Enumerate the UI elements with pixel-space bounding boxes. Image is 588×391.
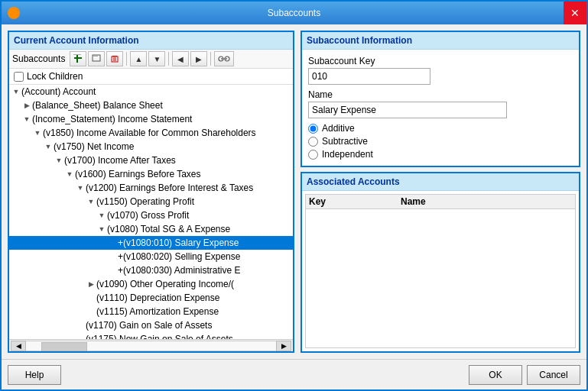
toolbar-add-button[interactable] xyxy=(70,51,86,66)
tree-node-label: (v1070) Gross Profit xyxy=(107,210,189,221)
tree-expander[interactable]: ▼ xyxy=(96,224,107,234)
tree-expander[interactable]: ▼ xyxy=(54,155,64,166)
tree-node[interactable]: ▼(v1600) Earnings Before Taxes xyxy=(9,167,293,181)
main-window: Subaccounts ✕ Current Account Informatio… xyxy=(0,0,588,391)
tree-expander[interactable]: ▶ xyxy=(21,100,32,111)
associated-accounts-section: Associated Accounts Key Name xyxy=(300,172,580,353)
lock-children-checkbox[interactable] xyxy=(14,72,24,82)
tree-node[interactable]: ▼(v1070) Gross Profit xyxy=(9,208,293,222)
help-button[interactable]: Help xyxy=(8,365,61,385)
type-radio-group: Additive Subtractive Independent xyxy=(308,123,573,160)
left-panel-header: Current Account Information xyxy=(9,32,293,50)
tree-node-label: (v1175) New Gain on Sale of Assets xyxy=(86,334,233,339)
tree-expander[interactable]: ▼ xyxy=(86,196,96,207)
subaccount-info-section: Subaccount Information Subaccount Key Na… xyxy=(300,31,580,167)
toolbar-separator-3 xyxy=(210,52,211,66)
tree-node[interactable]: ▼(v1080) Total SG & A Expense xyxy=(9,222,293,236)
toolbar-delete-button[interactable] xyxy=(106,51,123,66)
h-scroll-left[interactable]: ◀ xyxy=(11,341,26,351)
tree-expander[interactable] xyxy=(86,292,96,303)
tree-node[interactable]: (v1175) New Gain on Sale of Assets xyxy=(9,332,293,339)
tree-node[interactable]: +(v1080:020) Selling Expense xyxy=(9,250,293,263)
tree-expander[interactable]: ▼ xyxy=(32,128,43,138)
toolbar-label: Subaccounts xyxy=(12,53,65,64)
subaccount-name-input[interactable] xyxy=(308,102,507,118)
tree-expander[interactable]: ▼ xyxy=(75,183,86,193)
toolbar-next-button[interactable]: ▶ xyxy=(190,51,207,66)
svg-rect-4 xyxy=(93,56,98,57)
left-panel: Current Account Information Subaccounts xyxy=(8,31,294,353)
subaccount-key-input[interactable] xyxy=(308,68,430,85)
tree-node-label: +(v1080:010) Salary Expense xyxy=(118,238,239,248)
tree-node-label: (v1110) Depreciation Expense xyxy=(96,292,219,303)
toolbar-up-button[interactable]: ▲ xyxy=(130,51,147,66)
independent-radio-label[interactable]: Independent xyxy=(308,149,573,160)
tree-expander[interactable]: ▼ xyxy=(64,169,75,179)
table-header-row: Key Name xyxy=(306,195,575,209)
tree-expander[interactable]: ▼ xyxy=(43,141,54,152)
tree-node-label: (v1200) Earnings Before Interest & Taxes xyxy=(86,183,253,193)
tree-expander[interactable] xyxy=(75,334,86,339)
title-bar: Subaccounts ✕ xyxy=(2,2,586,24)
tree-expander[interactable] xyxy=(75,320,86,331)
tree-node[interactable]: ▼(v1700) Income After Taxes xyxy=(9,153,293,167)
tree-node[interactable]: ▼(v1850) Income Available for Common Sha… xyxy=(9,126,293,140)
ok-button[interactable]: OK xyxy=(469,365,522,385)
tree-expander[interactable] xyxy=(107,251,118,262)
subaccount-info-body: Subaccount Key Name Additive Subtractive xyxy=(302,50,579,166)
tree-expander[interactable]: ▼ xyxy=(96,210,107,221)
subtractive-radio[interactable] xyxy=(308,137,318,147)
tree-container[interactable]: ▼(Account) Account▶(Balance_Sheet) Balan… xyxy=(9,85,293,339)
toolbar-link-button[interactable] xyxy=(214,51,234,66)
h-scroll-right[interactable]: ▶ xyxy=(276,341,291,351)
subtractive-radio-label[interactable]: Subtractive xyxy=(308,136,573,147)
right-panel: Subaccount Information Subaccount Key Na… xyxy=(300,31,580,353)
tree-node[interactable]: ▼(Account) Account xyxy=(9,85,293,99)
tree-node[interactable]: ▼(v1200) Earnings Before Interest & Taxe… xyxy=(9,181,293,195)
tree-expander[interactable] xyxy=(107,238,118,248)
lock-children-label[interactable]: Lock Children xyxy=(27,71,83,82)
tree-node[interactable]: +(v1080:010) Salary Expense xyxy=(9,236,293,250)
close-button[interactable]: ✕ xyxy=(564,2,586,24)
horizontal-scrollbar[interactable]: ◀ ▶ xyxy=(9,339,293,351)
tree-node[interactable]: ▼(v1750) Net Income xyxy=(9,140,293,153)
associated-accounts-table[interactable]: Key Name xyxy=(305,194,576,348)
svg-rect-11 xyxy=(221,58,227,60)
tree-node[interactable]: (v1115) Amortization Expense xyxy=(9,305,293,318)
additive-radio-label[interactable]: Additive xyxy=(308,123,573,134)
tree-node-label: (Account) Account xyxy=(21,86,96,97)
window-title: Subaccounts xyxy=(268,8,320,18)
bottom-bar: Help OK Cancel xyxy=(2,359,586,389)
independent-radio[interactable] xyxy=(308,150,318,160)
tree-node[interactable]: (v1170) Gain on Sale of Assets xyxy=(9,318,293,332)
tree-node[interactable]: ▶(v1090) Other Operating Income/( xyxy=(9,277,293,291)
toolbar-down-button[interactable]: ▼ xyxy=(148,51,165,66)
independent-label: Independent xyxy=(322,149,373,160)
cancel-button[interactable]: Cancel xyxy=(527,365,580,385)
additive-radio[interactable] xyxy=(308,124,318,134)
tree-node[interactable]: (v1110) Depreciation Expense xyxy=(9,291,293,305)
tree-expander[interactable]: ▼ xyxy=(11,86,21,97)
tree-node-label: (v1700) Income After Taxes xyxy=(64,155,176,166)
toolbar-separator-1 xyxy=(126,52,127,66)
toolbar-prev-button[interactable]: ◀ xyxy=(172,51,189,66)
tree-node[interactable]: ▼(v1150) Operating Profit xyxy=(9,195,293,208)
tree-expander[interactable] xyxy=(86,306,96,317)
name-field-label: Name xyxy=(308,89,573,100)
tree-node[interactable]: +(v1080:030) Administrative E xyxy=(9,263,293,277)
svg-rect-2 xyxy=(73,54,81,55)
h-scroll-thumb[interactable] xyxy=(41,342,87,351)
additive-label: Additive xyxy=(322,123,355,134)
tree-node-label: +(v1080:030) Administrative E xyxy=(118,265,240,276)
h-scroll-track[interactable] xyxy=(26,341,276,351)
tree-expander[interactable]: ▶ xyxy=(86,279,96,289)
toolbar-edit-button[interactable] xyxy=(88,51,105,66)
tree-node[interactable]: ▼(Income_Statement) Income Statement xyxy=(9,112,293,126)
toolbar-separator-2 xyxy=(168,52,169,66)
tree-expander[interactable] xyxy=(107,265,118,276)
tree-node-label: (v1150) Operating Profit xyxy=(96,196,194,207)
tree-expander[interactable]: ▼ xyxy=(21,114,32,124)
subtractive-label: Subtractive xyxy=(322,136,368,147)
tree-node[interactable]: ▶(Balance_Sheet) Balance Sheet xyxy=(9,99,293,112)
associated-accounts-header: Associated Accounts xyxy=(302,173,579,191)
